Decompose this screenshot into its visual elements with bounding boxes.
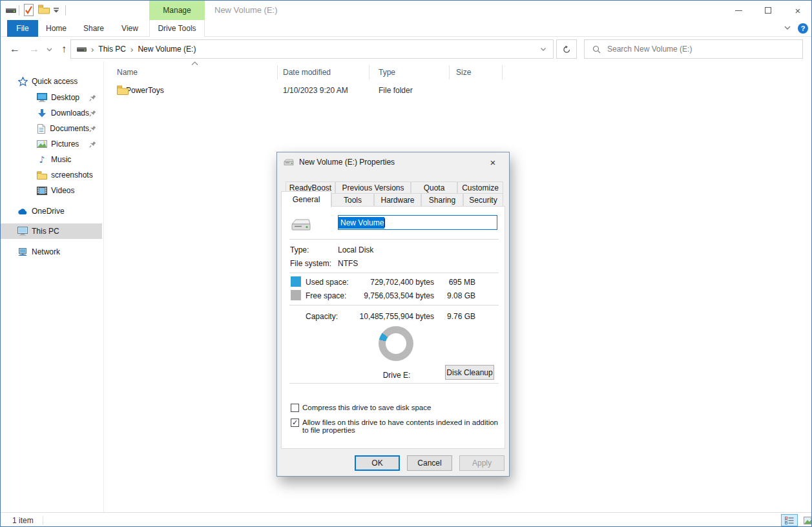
minimize-button[interactable] [724,1,753,20]
customize-toolbar-caret[interactable] [53,8,59,13]
properties-check-icon[interactable] [24,4,34,16]
folder-icon [117,85,129,95]
sidebar-item-this-pc[interactable]: This PC [1,223,102,239]
music-note-icon: ♪ [37,154,47,165]
capacity-label: Capacity: [306,312,338,321]
tab-drive-tools[interactable]: Drive Tools [149,20,205,37]
file-system-value: NTFS [338,259,358,268]
sidebar-item-onedrive[interactable]: OneDrive [1,203,102,219]
divider [289,305,499,305]
tab-sharing[interactable]: Sharing [421,193,463,207]
divider [289,239,499,240]
type-value: Local Disk [338,245,373,254]
divider [19,5,19,16]
sidebar-item-screenshots[interactable]: screenshots [1,167,102,183]
breadcrumb-this-pc[interactable]: This PC [98,45,126,54]
tab-previous-versions[interactable]: Previous Versions [335,181,411,194]
compress-drive-label: Compress this drive to save disk space [302,404,496,411]
sidebar-item-network[interactable]: Network [1,244,102,260]
column-divider[interactable] [449,65,450,79]
computer-icon [17,226,28,236]
drive-icon [6,6,16,14]
tab-view[interactable]: View [113,20,147,37]
refresh-button[interactable] [556,39,577,59]
cloud-icon [17,206,28,216]
folder-icon [37,170,47,180]
sidebar-item-documents[interactable]: Documents [1,121,102,136]
tab-home[interactable]: Home [39,20,73,37]
item-count: 1 item [12,516,34,525]
breadcrumb[interactable]: › This PC › New Volume (E:) [70,39,554,59]
column-divider[interactable] [277,65,278,79]
dialog-title: New Volume (E:) Properties [299,158,395,167]
sidebar-item-downloads[interactable]: Downloads [1,105,102,121]
new-folder-icon[interactable] [38,5,50,14]
sidebar-item-quick-access[interactable]: Quick access [1,74,102,89]
details-view-button[interactable] [781,514,798,526]
column-header-size[interactable]: Size [456,64,471,81]
tab-tools[interactable]: Tools [331,193,374,207]
forward-button[interactable]: → [25,37,43,61]
divider [289,383,499,384]
search-input[interactable] [607,45,788,54]
help-icon[interactable]: ? [798,23,808,34]
column-header-date-modified[interactable]: Date modified [283,64,331,81]
expand-ribbon-chevron-icon[interactable] [784,24,791,32]
contextual-group-manage[interactable]: Manage [149,1,205,20]
navigation-bar: ← → ↑ › This PC › New Volume (E:) [1,37,811,61]
explorer-window: Manage New Volume (E:) × File Home Share… [0,0,812,527]
tab-security[interactable]: Security [463,193,503,207]
column-header-name[interactable]: Name [117,64,138,81]
large-icons-view-button[interactable] [800,514,812,526]
cancel-button[interactable]: Cancel [407,455,452,471]
maximize-button[interactable] [753,1,783,20]
network-icon [17,247,28,257]
sidebar-item-pictures[interactable]: Pictures [1,136,102,152]
used-space-bytes: 729,702,400 bytes [357,278,434,287]
recent-locations-chevron-icon[interactable] [43,37,55,61]
address-dropdown-chevron-icon[interactable] [540,46,547,52]
free-space-bytes: 9,756,053,504 bytes [357,291,434,300]
free-space-size: 9.08 GB [439,291,475,300]
tab-share[interactable]: Share [77,20,110,37]
dialog-close-icon[interactable]: × [483,152,503,172]
sidebar-item-music[interactable]: ♪ Music [1,152,102,167]
divider [43,516,43,525]
desktop-icon [37,92,47,103]
used-space-label: Used space: [306,278,349,287]
compress-drive-checkbox[interactable] [291,404,299,412]
text-cursor [384,218,385,227]
file-row-powertoys[interactable]: PowerToys 1/10/2023 9:20 AM File folder [110,83,498,98]
sort-ascending-icon[interactable] [191,61,198,66]
column-header-type[interactable]: Type [379,64,395,81]
column-divider[interactable] [369,65,370,79]
tab-general[interactable]: General [281,191,331,207]
volume-label-input[interactable]: New Volume [338,215,497,230]
pin-icon [89,110,96,117]
tab-quota[interactable]: Quota [411,181,457,194]
tab-hardware[interactable]: Hardware [374,193,421,207]
drive-icon [284,159,294,166]
file-name: PowerToys [126,86,164,95]
back-button[interactable]: ← [6,37,24,61]
used-space-size: 695 MB [439,278,475,287]
breadcrumb-separator-icon: › [130,45,133,54]
column-divider[interactable] [502,65,503,79]
pin-icon [89,94,96,101]
window-title: New Volume (E:) [214,1,278,20]
tab-customize[interactable]: Customize [457,181,503,194]
pin-icon [89,125,96,132]
ok-button[interactable]: OK [355,455,400,471]
allow-indexing-checkbox[interactable] [291,418,299,427]
tab-file[interactable]: File [7,20,38,37]
selected-text: New Volume [338,217,384,229]
close-button[interactable]: × [783,1,812,20]
breadcrumb-new-volume[interactable]: New Volume (E:) [138,45,196,54]
sidebar-item-desktop[interactable]: Desktop [1,90,102,105]
search-container [584,39,803,59]
ribbon-tab-row: File Home Share View Drive Tools ? [1,20,811,37]
disk-cleanup-button[interactable]: Disk Cleanup [445,365,494,380]
apply-button: Apply [459,455,505,471]
sidebar-item-videos[interactable]: Videos [1,183,102,198]
used-space-legend-swatch [291,276,301,287]
